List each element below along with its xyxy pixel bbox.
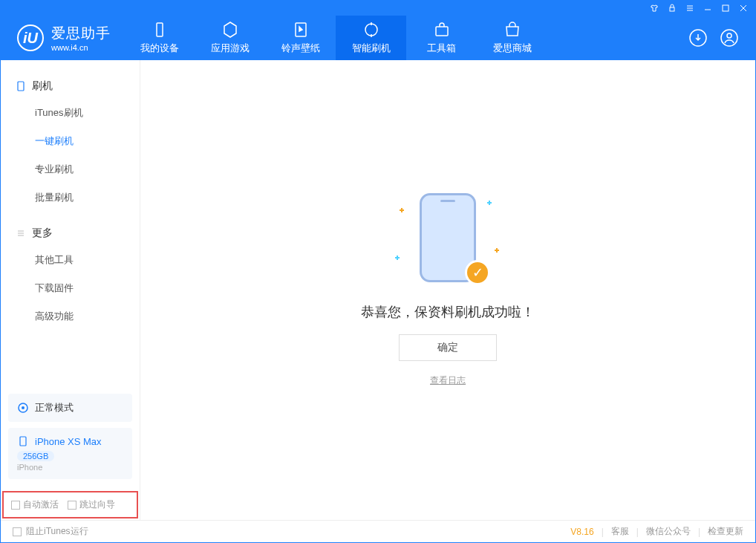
- sidebar-item-advanced[interactable]: 高级功能: [1, 302, 140, 331]
- svg-rect-0: [670, 7, 674, 11]
- lock-icon[interactable]: [668, 4, 677, 13]
- sidebar-item-batch-flash[interactable]: 批量刷机: [1, 183, 140, 212]
- sidebar: 刷机 iTunes刷机 一键刷机 专业刷机 批量刷机 更多 其他工具 下载固件 …: [1, 60, 140, 520]
- titlebar: [1, 1, 755, 16]
- check-icon: ✓: [465, 260, 490, 285]
- device-card[interactable]: iPhone XS Max 256GB iPhone: [8, 428, 132, 479]
- tab-label: 我的设备: [140, 42, 179, 55]
- tab-store[interactable]: 爱思商城: [477, 16, 547, 60]
- wechat-link[interactable]: 微信公众号: [646, 525, 691, 538]
- close-icon[interactable]: [739, 4, 748, 13]
- svg-rect-11: [20, 437, 26, 446]
- app-url: www.i4.cn: [51, 43, 111, 52]
- device-storage: 256GB: [17, 451, 54, 461]
- minimize-icon[interactable]: [703, 4, 712, 13]
- statusbar: 阻止iTunes运行 V8.16 | 客服 | 微信公众号 | 检查更新: [1, 520, 755, 542]
- mode-label: 正常模式: [35, 401, 74, 414]
- main-content: ✓ 恭喜您，保资料刷机成功啦！ 确定 查看日志: [140, 60, 755, 520]
- svg-rect-8: [18, 82, 24, 91]
- app-logo: iU 爱思助手 www.i4.cn: [1, 24, 124, 52]
- sidebar-item-itunes-flash[interactable]: iTunes刷机: [1, 99, 140, 127]
- list-icon: [16, 228, 26, 238]
- sidebar-item-pro-flash[interactable]: 专业刷机: [1, 155, 140, 183]
- app-name: 爱思助手: [51, 24, 111, 43]
- sidebar-item-oneclick-flash[interactable]: 一键刷机: [1, 127, 140, 155]
- tab-toolbox[interactable]: 工具箱: [406, 16, 477, 60]
- svg-rect-4: [436, 27, 448, 36]
- tab-label: 爱思商城: [493, 42, 532, 55]
- tab-label: 智能刷机: [352, 42, 391, 55]
- svg-rect-2: [157, 23, 163, 36]
- tab-apps[interactable]: 应用游戏: [195, 16, 265, 60]
- mode-card[interactable]: 正常模式: [8, 394, 132, 422]
- tab-label: 应用游戏: [211, 42, 250, 55]
- device-icon: [17, 435, 29, 447]
- maximize-icon[interactable]: [721, 4, 730, 13]
- version-label: V8.16: [570, 527, 593, 537]
- tab-ringtones[interactable]: 铃声壁纸: [265, 16, 336, 60]
- ok-button[interactable]: 确定: [399, 334, 497, 361]
- success-illustration: ✓: [392, 193, 504, 290]
- options-highlight: 自动激活 跳过向导: [2, 491, 138, 518]
- sidebar-item-other-tools[interactable]: 其他工具: [1, 246, 140, 274]
- tab-label: 工具箱: [427, 42, 456, 55]
- tab-flash[interactable]: 智能刷机: [336, 16, 406, 60]
- update-link[interactable]: 检查更新: [708, 525, 743, 538]
- sidebar-item-download-firmware[interactable]: 下载固件: [1, 274, 140, 302]
- view-log-link[interactable]: 查看日志: [430, 374, 466, 387]
- success-message: 恭喜您，保资料刷机成功啦！: [361, 303, 535, 321]
- svg-rect-1: [723, 5, 729, 11]
- logo-icon: iU: [17, 25, 44, 51]
- tab-my-device[interactable]: 我的设备: [124, 16, 195, 60]
- header: iU 爱思助手 www.i4.cn 我的设备 应用游戏 铃声壁纸 智能刷机 工具…: [1, 16, 755, 60]
- shirt-icon[interactable]: [650, 4, 659, 13]
- checkbox-skip-guide[interactable]: 跳过向导: [68, 498, 115, 511]
- device-name: iPhone XS Max: [35, 436, 102, 447]
- svg-point-7: [727, 33, 731, 38]
- menu-icon[interactable]: [685, 4, 694, 13]
- checkbox-auto-activate[interactable]: 自动激活: [11, 498, 59, 511]
- device-type: iPhone: [17, 463, 123, 472]
- checkbox-block-itunes[interactable]: 阻止iTunes运行: [13, 525, 88, 538]
- sidebar-section-more: 更多: [1, 221, 140, 246]
- mode-icon: [17, 402, 29, 414]
- svg-point-10: [22, 406, 25, 409]
- support-link[interactable]: 客服: [611, 525, 629, 538]
- download-icon[interactable]: [688, 28, 708, 48]
- sidebar-section-flash: 刷机: [1, 74, 140, 99]
- tab-label: 铃声壁纸: [281, 42, 320, 55]
- user-icon[interactable]: [720, 28, 739, 48]
- phone-icon: [16, 81, 26, 91]
